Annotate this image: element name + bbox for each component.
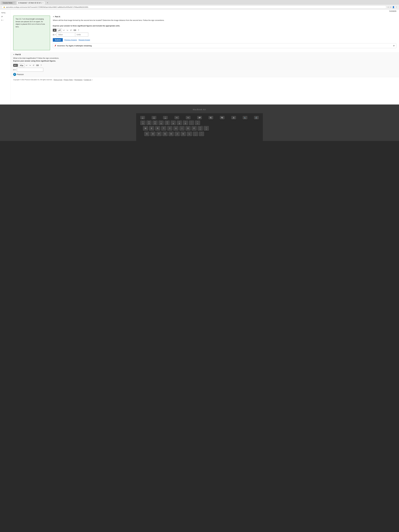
toolbar-b-sigma-btn[interactable]: AΣφ	[19, 64, 25, 67]
sidebar-item-sharing-label: haring	[1, 12, 5, 13]
footer-contact-link[interactable]: Contact Us	[84, 79, 91, 81]
submit-row: Submit Previous Answers Request Answer	[53, 38, 396, 42]
d2-input-row: d₂ =	[53, 33, 396, 37]
key-f9[interactable]: ▶▶F9	[220, 116, 225, 120]
key-f12[interactable]: 🔊F12	[254, 116, 259, 120]
key-9[interactable]: (9	[177, 120, 182, 125]
error-message: Incorrect; Try Again; 8 attempts remaini…	[57, 45, 92, 47]
question-area: ▼ Part A Where will the final image form…	[53, 16, 396, 50]
keyboard: ☀F2 ⊞F3 ⠿F4 F5 F6 ◀◀F7 ▶‖F8 ▶▶F9 ◀F10 🔈F…	[136, 113, 263, 141]
sidebar-item-sharing[interactable]: haring	[0, 11, 10, 14]
toolbar-b-refresh-btn[interactable]: ↺	[32, 64, 35, 67]
key-w[interactable]: W	[143, 126, 148, 131]
toolbar-b-redo-btn[interactable]: ↪	[29, 64, 32, 67]
request-answer-link[interactable]: Request Answer	[78, 39, 90, 41]
key-d[interactable]: D	[150, 131, 156, 136]
previous-answers-link[interactable]: Previous Answers	[64, 39, 77, 41]
error-box: ✗ Incorrect; Try Again; 8 attempts remai…	[53, 43, 396, 48]
key-f3[interactable]: ⊞F3	[152, 116, 157, 120]
key-f5[interactable]: F5	[174, 116, 179, 120]
sidebar-item-is-label: is	[1, 19, 2, 21]
toolbar-redo-btn[interactable]: ↪	[66, 29, 69, 32]
part-a-question-line1: Where will the final image formed by the…	[53, 19, 165, 21]
key-s[interactable]: S	[144, 131, 150, 136]
key-f8[interactable]: ▶‖F8	[208, 116, 213, 120]
key-f2[interactable]: ☀F2	[140, 116, 145, 120]
browser-action-icons: ☆ □ 👤 ⋮	[387, 6, 397, 8]
d2-label: d₂ =	[53, 34, 56, 36]
number-row: #3 $4 %5 ^6 &7 *8 (9 )0 –- +=	[140, 120, 259, 125]
content-area: haring gs is › Constants Two 21.7-cm-foc…	[0, 10, 399, 105]
tab-answered-label: b Answered: • cO Item 42 42 of 1	[18, 2, 42, 4]
menu-icon[interactable]: ⋮	[396, 6, 397, 8]
key-o[interactable]: O	[185, 126, 191, 131]
qwerty-row: W E R T Y U I O P {[ }]	[140, 126, 259, 131]
key-f4[interactable]: ⠿F4	[163, 116, 168, 120]
key-j[interactable]: J	[174, 131, 180, 136]
key-f11[interactable]: 🔈F11	[242, 116, 247, 120]
key-f7[interactable]: ◀◀F7	[197, 116, 202, 120]
key-rbracket[interactable]: }]	[203, 126, 209, 131]
toolbar-b-undo-btn[interactable]: ↩	[25, 64, 28, 67]
toolbar-mu-btn[interactable]: μÅ	[57, 29, 62, 32]
toolbar-undo-btn[interactable]: ↩	[63, 29, 65, 32]
value-input[interactable]	[57, 33, 75, 37]
key-t[interactable]: T	[161, 126, 166, 131]
key-8[interactable]: *8	[171, 120, 176, 125]
key-6[interactable]: ^6	[158, 120, 164, 125]
tab-answered-close[interactable]: ✕	[42, 2, 43, 4]
key-5[interactable]: %5	[152, 120, 158, 125]
footer-privacy-link[interactable]: Privacy Policy	[64, 79, 73, 81]
tab-course-home-label: Course Home	[3, 2, 13, 4]
toolbar-b-keyboard-btn[interactable]: ⌨	[36, 64, 39, 67]
key-quote[interactable]: "'	[199, 131, 204, 136]
toolbar-keyboard-btn[interactable]: ⌨	[73, 29, 77, 32]
tab-course-home-close[interactable]: ✕	[13, 2, 14, 4]
units-input[interactable]	[75, 33, 88, 37]
key-u[interactable]: U	[173, 126, 179, 131]
toolbar-refresh-btn[interactable]: ↺	[70, 29, 72, 32]
url-box[interactable]: 🔒 openvellum.ecollege.com/course.html?co…	[2, 6, 386, 9]
toolbar-help-btn[interactable]: ?	[77, 29, 80, 32]
submit-button[interactable]: Submit	[53, 38, 63, 42]
new-tab-button[interactable]: +	[46, 1, 50, 5]
key-r[interactable]: R	[155, 126, 160, 131]
key-equals[interactable]: +=	[195, 120, 200, 125]
macbook-label: MacBook Air	[0, 108, 399, 111]
toolbar-matrix-btn[interactable]: ■	[53, 29, 57, 32]
footer-terms-link[interactable]: Terms of Use	[54, 79, 62, 81]
key-g[interactable]: G	[162, 131, 168, 136]
key-f10[interactable]: ◀F10	[231, 116, 236, 120]
key-f6[interactable]: F6	[186, 116, 191, 120]
key-k[interactable]: K	[181, 131, 186, 136]
key-p[interactable]: P	[191, 126, 197, 131]
key-0[interactable]: )0	[183, 120, 188, 125]
pearson-p-icon: P	[13, 73, 16, 76]
key-minus[interactable]: –-	[189, 120, 194, 125]
bookmark-icon[interactable]: ☆	[387, 6, 389, 8]
toolbar-b-matrix-btn[interactable]: ■▼	[13, 64, 18, 67]
key-7[interactable]: &7	[165, 120, 170, 125]
key-f[interactable]: F	[156, 131, 162, 136]
key-semicolon[interactable]: :;	[193, 131, 198, 136]
key-l[interactable]: L	[187, 131, 192, 136]
pearson-logo: P Pearson	[13, 73, 396, 76]
key-e[interactable]: E	[149, 126, 154, 131]
key-4[interactable]: $4	[146, 120, 152, 125]
sidebar-item-is[interactable]: is ›	[0, 18, 10, 22]
key-y[interactable]: Y	[167, 126, 173, 131]
footer-permissions-link[interactable]: Permissions	[75, 79, 82, 81]
window-icon[interactable]: □	[390, 6, 391, 8]
key-3[interactable]: #3	[140, 120, 146, 125]
toolbar-b-help-btn[interactable]: ?	[40, 64, 42, 67]
key-h[interactable]: H	[168, 131, 174, 136]
sidebar-item-gs[interactable]: gs	[0, 14, 10, 18]
constants-link[interactable]: Constants	[11, 10, 399, 13]
m-input[interactable]	[17, 68, 43, 72]
key-lbracket[interactable]: {[	[197, 126, 203, 131]
tab-answered[interactable]: b Answered: • cO Item 42 42 of 1 ✕	[17, 1, 45, 5]
part-b-question-line2: Express your answer using three signific…	[13, 60, 56, 62]
tab-course-home[interactable]: Course Home ✕	[1, 1, 16, 5]
profile-icon[interactable]: 👤	[392, 6, 394, 8]
key-i[interactable]: I	[179, 126, 185, 131]
